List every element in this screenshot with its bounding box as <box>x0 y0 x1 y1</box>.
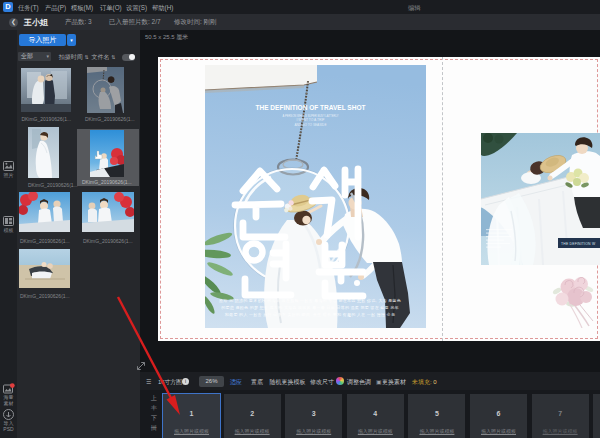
svg-text:THE DEFINITION W: THE DEFINITION W <box>561 242 596 246</box>
svg-text:A PERSON WHO IS SUPER BUSY LAT: A PERSON WHO IS SUPER BUSY LATTERLY <box>283 114 339 118</box>
svg-text:I WENT TO A TRIP: I WENT TO A TRIP <box>297 118 325 122</box>
svg-text:THE DEFINITION OF TRAVEL SHOT: THE DEFINITION OF TRAVEL SHOT <box>256 104 367 111</box>
svg-text:AND GO TO SEASIDE: AND GO TO SEASIDE <box>295 123 327 127</box>
